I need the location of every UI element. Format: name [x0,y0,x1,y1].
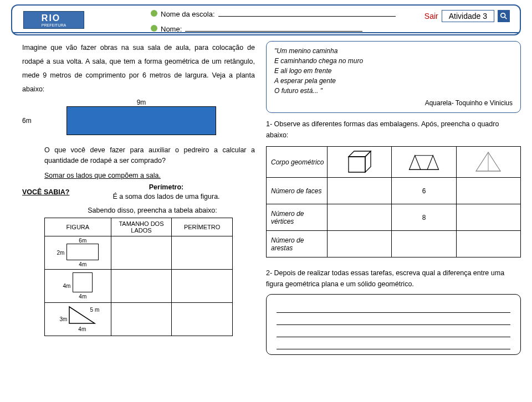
header-bar: RIO PREFEITURA Nome da escola: Nome: Sai… [11,4,521,35]
header-right: Sair Atividade 3 [424,10,510,22]
dim-9m: 9m [66,99,216,106]
sair-link[interactable]: Sair [424,12,438,20]
cell-blank[interactable] [392,231,456,257]
room-rectangle [66,106,216,135]
answer-box[interactable] [266,294,521,355]
row-vertices: Número de vértices [267,204,328,231]
logo-main: RIO [42,13,60,23]
poem-l4: A esperar pela gente [274,76,513,86]
triangular-prism-icon [407,149,441,173]
dim-6m-top: 6m [66,238,99,244]
cell-blank[interactable] [328,204,392,231]
logo: RIO PREFEITURA [23,11,84,29]
cell-blank[interactable] [172,236,233,269]
dim-4m-bot: 4m [66,261,99,267]
poem-l1: "Um menino caminha [274,46,513,56]
question-2: 2- Depois de realizar todas essas tarefa… [266,267,521,290]
svg-marker-4 [349,151,371,157]
answer-line[interactable] [277,304,510,313]
answer-line[interactable] [277,316,510,325]
poem-box: "Um menino caminha E caminhando chega no… [266,41,521,113]
square-icon [73,272,93,292]
cell-blank[interactable] [111,302,172,336]
perimetro-def: Perímetro: É a soma dos lados de uma fig… [78,183,255,202]
dim-2m: 2m [57,250,64,256]
question-text: O que você deve fazer para auxiliar o pe… [44,145,255,166]
answer-line[interactable] [277,341,510,349]
dim-4m-tri: 4m [78,326,86,332]
rectangle-icon [66,244,99,260]
th-corpo: Corpo geométrico [267,147,328,178]
prism-cell [392,147,456,178]
cell-blank[interactable] [328,231,392,257]
row-arestas: Número de arestas [267,231,328,257]
sabendo-text: Sabendo disso, preencha a tabela abaixo: [50,207,255,214]
left-column: Imagine que vão fazer obras na sua sala … [22,41,255,355]
th-perimetro: PERÍMETRO [172,218,233,236]
room-plan: 9m 6m [22,99,255,135]
dim-4m-b: 4m [73,293,93,300]
dim-6m: 6m [22,117,39,125]
logo-sub: PREFEITURA [42,23,66,27]
figura-table: FIGURA TAMANHO DOS LADOS PERÍMETRO 2m 6m… [44,218,233,336]
th-tamanho: TAMANHO DOS LADOS [111,218,172,236]
school-label: Nome da escola: [161,10,215,18]
poem-credit: Aquarela- Toquinho e Vinicius [274,98,513,108]
table-row: 3m 5 m 4m [45,302,233,336]
somar-text: Somar os lados que compõem a sala. [44,172,255,179]
svg-line-1 [505,17,507,19]
shape-rectangle-cell: 2m 6m 4m [45,236,111,269]
cube-icon [343,149,376,173]
row-faces: Número de faces [267,178,328,204]
cell-vert-prism: 8 [392,204,456,231]
cube-cell [328,147,392,178]
dim-3m: 3m [59,316,67,322]
cell-blank[interactable] [456,178,520,204]
svg-marker-7 [427,156,439,170]
cell-faces-prism: 6 [392,178,456,204]
cell-blank[interactable] [456,231,520,257]
cell-blank[interactable] [111,269,172,302]
activity-badge: Atividade 3 [442,10,494,22]
perimetro-row: VOCÊ SABIA? Perímetro: É a soma dos lado… [22,183,255,202]
question-1: 1- Observe as diferentes formas das emba… [266,118,521,141]
school-input-line[interactable] [218,9,396,17]
table-row: 4m 4m [45,269,233,302]
cell-blank[interactable] [172,302,233,336]
pyramid-cell [456,147,520,178]
shape-triangle-cell: 3m 5 m 4m [45,302,111,336]
perimetro-body: É a soma dos lados de uma figura. [112,193,219,200]
shape-square-cell: 4m 4m [45,269,111,302]
th-figura: FIGURA [45,218,111,236]
svg-marker-3 [349,157,365,172]
intro-text: Imagine que vão fazer obras na sua sala … [22,41,255,96]
cell-blank[interactable] [328,178,392,204]
bullet-icon [151,25,157,32]
dim-4m-l: 4m [63,283,70,289]
header-underline [13,32,519,33]
poem-l5: O futuro está... " [274,86,513,96]
svg-point-0 [501,13,505,18]
poem-l3: E ali logo em frente [274,66,513,76]
solids-table: Corpo geométrico [266,146,521,257]
answer-line[interactable] [277,328,510,337]
right-column: "Um menino caminha E caminhando chega no… [266,41,521,355]
name-input-line[interactable] [185,24,362,32]
cell-blank[interactable] [172,269,233,302]
pyramid-icon [472,149,505,173]
svg-marker-6 [409,156,421,170]
table-row: 2m 6m 4m [45,236,233,269]
poem-l2: E caminhando chega no muro [274,56,513,66]
bullet-icon [151,10,157,17]
cell-blank[interactable] [456,204,520,231]
search-icon[interactable] [498,10,510,22]
dim-5m: 5 m [90,307,100,313]
voce-sabia: VOCÊ SABIA? [22,188,78,196]
perimetro-title: Perímetro: [149,183,184,191]
svg-marker-5 [365,151,371,172]
cell-blank[interactable] [111,236,172,269]
